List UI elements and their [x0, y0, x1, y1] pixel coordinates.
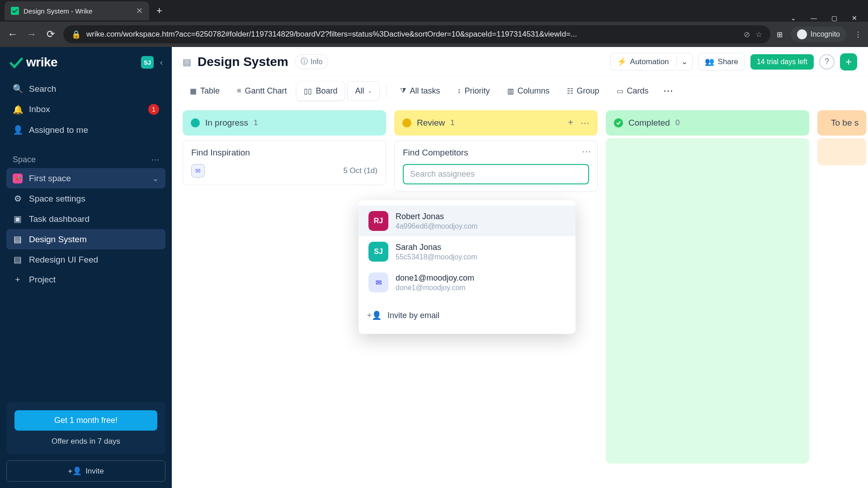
task-card-inspiration[interactable]: Find Inspiration ✉ 5 Oct (1d) [183, 140, 386, 185]
sidebar-task-dashboard[interactable]: ▣ Task dashboard [6, 209, 165, 229]
extensions-icon[interactable]: ⊞ [777, 30, 783, 39]
view-table[interactable]: ▦Table [183, 82, 227, 100]
view-board[interactable]: ▯▯Board [297, 82, 344, 100]
close-tab-icon[interactable]: ✕ [136, 6, 143, 16]
status-dot-icon [191, 118, 200, 127]
assignee-empty-icon[interactable]: ✉ [191, 164, 205, 178]
task-card-competitors[interactable]: ⋯ Find Competitors RJ Robert Jonas 4a996… [394, 140, 598, 192]
help-button[interactable]: ? [819, 54, 835, 70]
maximize-icon[interactable]: ▢ [831, 14, 837, 22]
lock-icon: 🔒 [71, 30, 81, 39]
group-icon: ☷ [567, 87, 573, 95]
column-header-completed[interactable]: Completed 0 [606, 110, 809, 136]
forward-button[interactable]: → [25, 28, 38, 40]
group-toggle[interactable]: ☷Group [560, 82, 607, 100]
promo-card: Get 1 month free! Offer ends in 7 days [6, 402, 165, 454]
status-dot-icon [402, 118, 411, 127]
chevron-down-icon[interactable]: ⌄ [152, 173, 159, 183]
card-more-icon[interactable]: ⋯ [582, 146, 591, 157]
chevron-down-icon: ⌄ [368, 88, 372, 94]
inbox-badge: 1 [148, 104, 159, 115]
promo-cta-button[interactable]: Get 1 month free! [14, 410, 157, 431]
window-controls: ⌄ — ▢ ✕ [791, 14, 868, 22]
cards-toggle[interactable]: ▭Cards [609, 82, 656, 100]
board-icon: ▯▯ [304, 87, 312, 95]
gantt-icon: ≡ [237, 87, 241, 95]
sidebar-new-project[interactable]: + Project [6, 270, 165, 290]
close-window-icon[interactable]: ✕ [852, 14, 857, 22]
assignee-option[interactable]: ✉ done1@moodjoy.com done1@moodjoy.com [359, 267, 576, 298]
column-body-completed[interactable] [606, 138, 809, 464]
column-header-in-progress[interactable]: In progress 1 [183, 110, 386, 136]
back-button[interactable]: ← [6, 28, 19, 40]
space-more-icon[interactable]: ⋯ [151, 155, 159, 164]
invite-button[interactable]: +👤 Invite [6, 460, 165, 482]
sidebar-assigned[interactable]: 👤 Assigned to me [6, 120, 165, 140]
topbar: ▤ Design System ⓘ Info ⚡ Automation ⌄ 👥 … [172, 47, 868, 77]
column-more-icon[interactable]: ⋯ [580, 117, 590, 128]
column-header-tobe[interactable]: To be s [817, 110, 866, 136]
reload-button[interactable]: ⟳ [44, 28, 57, 40]
info-button[interactable]: ⓘ Info [295, 54, 329, 69]
kebab-menu-icon[interactable]: ⋮ [854, 30, 862, 39]
people-icon: 👥 [705, 57, 714, 66]
page-title: Design System [198, 55, 288, 69]
column-count: 0 [675, 118, 679, 127]
column-tobe-cut: To be s [817, 110, 866, 165]
space-label: Space [13, 155, 36, 164]
filter-all-tasks[interactable]: ⧩All tasks [393, 82, 447, 100]
user-avatar[interactable]: SJ [141, 56, 154, 69]
svg-point-0 [614, 118, 623, 127]
assignee-option[interactable]: RJ Robert Jonas 4a996ed6@moodjoy.com [359, 206, 576, 236]
share-button[interactable]: 👥 Share [698, 53, 745, 70]
assignee-search-input[interactable] [403, 164, 589, 184]
create-button[interactable]: + [840, 53, 857, 70]
assignee-name: Sarah Jonas [396, 243, 477, 252]
column-completed: Completed 0 [606, 110, 809, 464]
url-input[interactable]: 🔒 wrike.com/workspace.htm?acc=6250782#fo… [63, 25, 770, 43]
sidebar-space-settings[interactable]: ⚙ Space settings [6, 188, 165, 209]
sidebar: wrike SJ ‹ 🔍 Search 🔔 Inbox 1 👤 Assigned… [0, 47, 172, 488]
user-icon: 👤 [13, 125, 23, 135]
space-first[interactable]: 📣 First space ⌄ [6, 168, 165, 188]
url-text: wrike.com/workspace.htm?acc=6250782#fold… [86, 30, 738, 39]
sidebar-search[interactable]: 🔍 Search [6, 79, 165, 99]
kanban-board: In progress 1 Find Inspiration ✉ 5 Oct (… [172, 105, 868, 488]
avatar: RJ [368, 211, 388, 231]
cards-icon: ▭ [617, 87, 623, 95]
automation-button[interactable]: ⚡ Automation ⌄ [610, 53, 693, 70]
column-body-tobe[interactable] [817, 138, 866, 165]
collapse-sidebar-icon[interactable]: ‹ [160, 58, 163, 67]
assignee-option[interactable]: SJ Sarah Jonas 55c53418@moodjoy.com [359, 236, 576, 267]
more-options-icon[interactable]: ⋯ [659, 85, 678, 97]
filter-all[interactable]: All⌄ [347, 81, 380, 101]
trial-badge[interactable]: 14 trial days left [750, 54, 814, 70]
column-count: 1 [254, 118, 258, 127]
assignee-popover: RJ Robert Jonas 4a996ed6@moodjoy.com SJ … [359, 200, 576, 334]
status-dot-icon [614, 118, 623, 127]
column-header-review[interactable]: Review 1 + ⋯ [394, 110, 598, 136]
add-task-icon[interactable]: + [568, 117, 573, 128]
invite-by-email[interactable]: +👤 Invite by email [359, 302, 576, 328]
sidebar-design-system[interactable]: ▤ Design System [6, 229, 165, 249]
wrike-logo[interactable]: wrike [9, 55, 57, 70]
card-title: Find Competitors [403, 148, 589, 158]
columns-toggle[interactable]: ▥Columns [500, 82, 557, 100]
promo-subtext: Offer ends in 7 days [14, 437, 157, 446]
view-gantt[interactable]: ≡Gantt Chart [230, 82, 294, 100]
bookmark-star-icon[interactable]: ☆ [755, 30, 762, 39]
eye-off-icon[interactable]: ⊘ [744, 30, 750, 39]
sidebar-redesign-ui-feed[interactable]: ▤ Redesign UI Feed [6, 249, 165, 270]
tab-title: Design System - Wrike [24, 7, 132, 15]
chevron-down-icon[interactable]: ⌄ [791, 14, 796, 22]
assignee-email: 4a996ed6@moodjoy.com [396, 222, 477, 230]
assignee-email: done1@moodjoy.com [396, 284, 474, 292]
new-tab-button[interactable]: + [149, 5, 170, 17]
minimize-icon[interactable]: — [811, 14, 817, 22]
browser-tab[interactable]: Design System - Wrike ✕ [5, 1, 149, 20]
sidebar-inbox[interactable]: 🔔 Inbox 1 [6, 99, 165, 120]
sort-priority[interactable]: ↕Priority [450, 82, 497, 100]
card-date: 5 Oct (1d) [343, 166, 377, 175]
chevron-down-icon[interactable]: ⌄ [676, 57, 692, 66]
info-icon: ⓘ [301, 57, 308, 66]
